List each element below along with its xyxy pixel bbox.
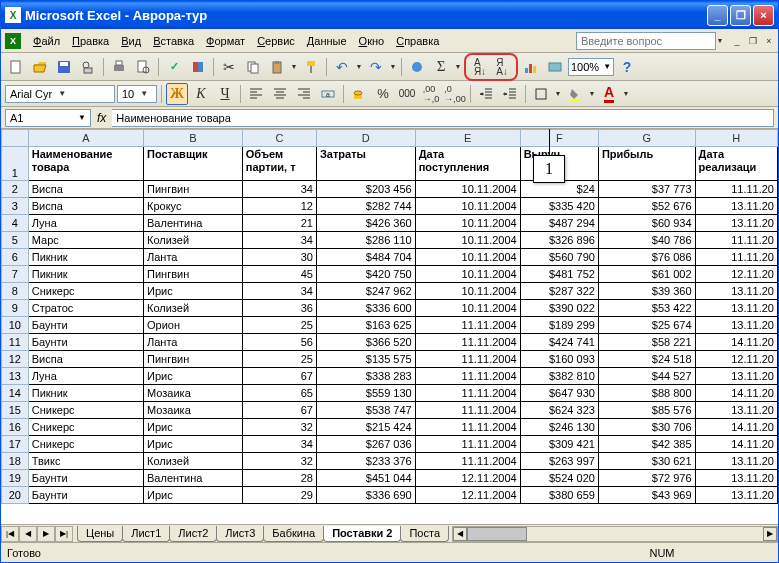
cell[interactable]: 11.11.2004 — [415, 368, 520, 385]
cell[interactable]: $189 299 — [520, 317, 598, 334]
row-header-5[interactable]: 5 — [2, 232, 29, 249]
row-header-15[interactable]: 15 — [2, 402, 29, 419]
cell[interactable]: Колизей — [144, 232, 243, 249]
cell[interactable]: Пикник — [28, 249, 143, 266]
cell[interactable]: 13.11.20 — [695, 215, 777, 232]
sheet-tab-0[interactable]: Цены — [77, 526, 123, 542]
chart-wizard-button[interactable] — [520, 56, 542, 78]
cell[interactable]: Мозаика — [144, 402, 243, 419]
cell[interactable]: $451 044 — [316, 470, 415, 487]
spelling-button[interactable]: ✓ — [163, 56, 185, 78]
italic-button[interactable]: К — [190, 83, 212, 105]
print-preview-button[interactable] — [132, 56, 154, 78]
cell[interactable]: Виспа — [28, 198, 143, 215]
menu-справка[interactable]: Справка — [390, 33, 445, 49]
cell[interactable]: $538 747 — [316, 402, 415, 419]
cell[interactable]: $624 323 — [520, 402, 598, 419]
comma-button[interactable]: 000 — [396, 83, 418, 105]
cell[interactable]: Валентина — [144, 470, 243, 487]
header-cell[interactable]: Дата поступления — [415, 147, 520, 181]
cell[interactable]: Пингвин — [144, 351, 243, 368]
cell[interactable]: $24 — [520, 181, 598, 198]
align-left-button[interactable] — [245, 83, 267, 105]
cell[interactable]: $25 674 — [598, 317, 695, 334]
cell[interactable]: $39 360 — [598, 283, 695, 300]
close-button[interactable]: × — [753, 5, 774, 26]
cell[interactable]: $76 086 — [598, 249, 695, 266]
cell[interactable]: 13.11.20 — [695, 453, 777, 470]
cell[interactable]: 10.11.2004 — [415, 198, 520, 215]
row-header-13[interactable]: 13 — [2, 368, 29, 385]
decrease-indent-button[interactable] — [475, 83, 497, 105]
permission-button[interactable] — [77, 56, 99, 78]
worksheet-grid[interactable]: ABCDEFGH1Наименование товараПоставщикОбъ… — [1, 129, 778, 524]
cell[interactable]: Пикник — [28, 266, 143, 283]
cell[interactable]: $424 741 — [520, 334, 598, 351]
cell[interactable]: 14.11.20 — [695, 385, 777, 402]
cell[interactable]: Сникерс — [28, 436, 143, 453]
cell[interactable]: Ирис — [144, 487, 243, 504]
cell[interactable]: $366 520 — [316, 334, 415, 351]
cell[interactable]: $282 744 — [316, 198, 415, 215]
tab-prev-button[interactable]: ◀ — [19, 526, 37, 542]
align-center-button[interactable] — [269, 83, 291, 105]
print-button[interactable] — [108, 56, 130, 78]
sort-asc-button[interactable]: АЯ↓ — [469, 56, 491, 78]
cell[interactable]: Ирис — [144, 283, 243, 300]
cell[interactable]: 10.11.2004 — [415, 232, 520, 249]
cell[interactable]: $52 676 — [598, 198, 695, 215]
cell[interactable]: Баунти — [28, 470, 143, 487]
cell[interactable]: 11.11.2004 — [415, 453, 520, 470]
cell[interactable]: $286 110 — [316, 232, 415, 249]
paste-button[interactable] — [266, 56, 288, 78]
doc-minimize-button[interactable]: _ — [730, 34, 744, 48]
cell[interactable]: 12 — [242, 198, 316, 215]
merge-center-button[interactable]: a — [317, 83, 339, 105]
cell[interactable]: Ирис — [144, 436, 243, 453]
cell[interactable]: Пингвин — [144, 181, 243, 198]
row-header-4[interactable]: 4 — [2, 215, 29, 232]
cell[interactable]: Ланта — [144, 334, 243, 351]
cell[interactable]: $426 360 — [316, 215, 415, 232]
decrease-decimal-button[interactable]: ,0→,00 — [444, 83, 466, 105]
cell[interactable]: Пингвин — [144, 266, 243, 283]
row-header-14[interactable]: 14 — [2, 385, 29, 402]
row-header-1[interactable]: 1 — [2, 147, 29, 181]
menu-вид[interactable]: Вид — [115, 33, 147, 49]
sheet-tab-1[interactable]: Лист1 — [122, 526, 170, 542]
doc-restore-button[interactable]: ❐ — [746, 34, 760, 48]
cell[interactable]: Виспа — [28, 181, 143, 198]
cell[interactable]: 10.11.2004 — [415, 283, 520, 300]
cell[interactable]: 13.11.20 — [695, 283, 777, 300]
cell[interactable]: 32 — [242, 453, 316, 470]
cell[interactable]: $233 376 — [316, 453, 415, 470]
row-header-8[interactable]: 8 — [2, 283, 29, 300]
cell[interactable]: 65 — [242, 385, 316, 402]
undo-button[interactable]: ↶ — [331, 56, 353, 78]
sort-desc-button[interactable]: ЯА↓ — [491, 56, 513, 78]
cell[interactable]: Виспа — [28, 351, 143, 368]
menu-формат[interactable]: Формат — [200, 33, 251, 49]
cell[interactable]: $61 002 — [598, 266, 695, 283]
hyperlink-button[interactable] — [406, 56, 428, 78]
formula-input[interactable]: Наименование товара — [112, 109, 774, 127]
cell[interactable]: 14.11.20 — [695, 334, 777, 351]
drawing-button[interactable] — [544, 56, 566, 78]
col-header-C[interactable]: C — [242, 130, 316, 147]
cell[interactable]: 10.11.2004 — [415, 266, 520, 283]
col-header-F[interactable]: F — [520, 130, 598, 147]
col-header-D[interactable]: D — [316, 130, 415, 147]
cell[interactable]: 11.11.2004 — [415, 402, 520, 419]
cell[interactable]: 34 — [242, 181, 316, 198]
underline-button[interactable]: Ч — [214, 83, 236, 105]
cell[interactable]: 28 — [242, 470, 316, 487]
cell[interactable]: 21 — [242, 215, 316, 232]
row-header-3[interactable]: 3 — [2, 198, 29, 215]
menu-сервис[interactable]: Сервис — [251, 33, 301, 49]
cell[interactable]: 11.11.20 — [695, 232, 777, 249]
cell[interactable]: $335 420 — [520, 198, 598, 215]
cell[interactable]: 45 — [242, 266, 316, 283]
cell[interactable]: $215 424 — [316, 419, 415, 436]
cell[interactable]: $203 456 — [316, 181, 415, 198]
cell[interactable]: $263 997 — [520, 453, 598, 470]
